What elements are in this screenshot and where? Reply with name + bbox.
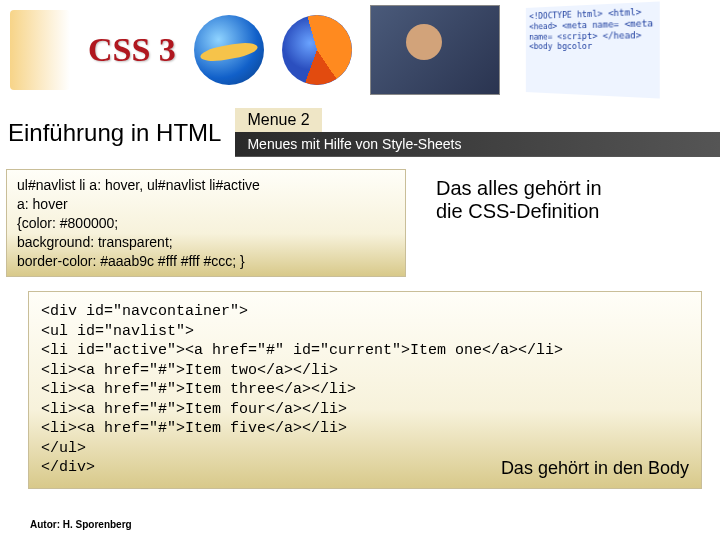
css-line: {color: #800000; bbox=[17, 214, 395, 233]
html-line: <li id="active"><a href="#" id="current"… bbox=[41, 341, 689, 361]
presenter-photo bbox=[370, 5, 500, 95]
html-line: <ul id="navlist"> bbox=[41, 322, 689, 342]
annotation-line: die CSS-Definition bbox=[436, 200, 602, 223]
css-annotation: Das alles gehört in die CSS-Definition bbox=[436, 169, 602, 223]
html-line: <li><a href="#">Item four</a></li> bbox=[41, 400, 689, 420]
annotation-line: Das alles gehört in bbox=[436, 177, 602, 200]
title-caption-block: Menue 2 Menues mit Hilfe von Style-Sheet… bbox=[235, 108, 720, 157]
html-line: <li><a href="#">Item three</a></li> bbox=[41, 380, 689, 400]
html-body-card: <div id="navcontainer"> <ul id="navlist"… bbox=[28, 291, 702, 489]
html5-shield-icon bbox=[10, 10, 70, 90]
css-line: a: hover bbox=[17, 195, 395, 214]
css-line: ul#navlist li a: hover, ul#navlist li#ac… bbox=[17, 176, 395, 195]
title-caption-top: Menue 2 bbox=[235, 108, 321, 132]
css-line: background: transparent; bbox=[17, 233, 395, 252]
body-annotation: Das gehört in den Body bbox=[501, 457, 689, 480]
author-footer: Autor: H. Sporenberg bbox=[30, 519, 132, 530]
code-background-graphic: <!DOCTYPE html> <html> <head> <meta name… bbox=[526, 2, 660, 99]
internet-explorer-icon bbox=[194, 15, 264, 85]
html-line: </ul> bbox=[41, 439, 689, 459]
html-line: <div id="navcontainer"> bbox=[41, 302, 689, 322]
css3-logo: CSS 3 bbox=[88, 31, 176, 69]
page-title: Einführung in HTML bbox=[0, 115, 235, 151]
header-banner: CSS 3 <!DOCTYPE html> <html> <head> <met… bbox=[0, 0, 720, 100]
html-line: <li><a href="#">Item two</a></li> bbox=[41, 361, 689, 381]
css-line: border-color: #aaab9c #fff #fff #ccc; } bbox=[17, 252, 395, 271]
html-line: <li><a href="#">Item five</a></li> bbox=[41, 419, 689, 439]
title-caption-bottom: Menues mit Hilfe von Style-Sheets bbox=[235, 132, 720, 156]
title-bar: Einführung in HTML Menue 2 Menues mit Hi… bbox=[0, 108, 720, 157]
css-definition-card: ul#navlist li a: hover, ul#navlist li#ac… bbox=[6, 169, 406, 277]
content-row: ul#navlist li a: hover, ul#navlist li#ac… bbox=[0, 169, 720, 277]
firefox-icon bbox=[282, 15, 352, 85]
